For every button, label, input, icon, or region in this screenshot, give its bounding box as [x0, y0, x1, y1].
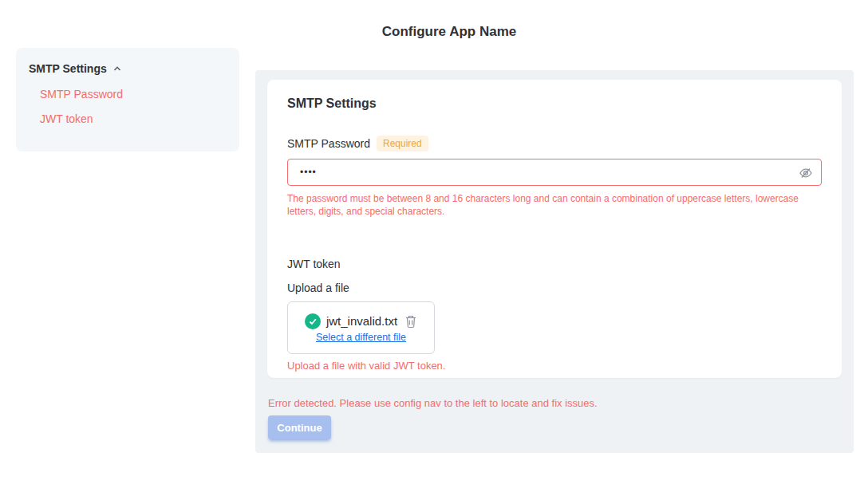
file-upload-box: jwt_invalid.txt Select a different file [287, 301, 435, 354]
smtp-password-input[interactable] [287, 159, 822, 186]
jwt-token-label: JWT token [287, 258, 822, 270]
config-nav-sidebar: SMTP Settings SMTP Password JWT token [16, 48, 239, 152]
uploaded-file-row: jwt_invalid.txt [305, 313, 417, 329]
sidebar-item-jwt-token[interactable]: JWT token [40, 112, 227, 125]
trash-icon[interactable] [404, 314, 417, 329]
smtp-password-label: SMTP Password [287, 137, 370, 150]
eye-off-icon[interactable] [799, 166, 813, 180]
continue-button[interactable]: Continue [268, 415, 331, 439]
panel-error-text: Error detected. Please use config nav to… [268, 397, 598, 409]
sidebar-section-label: SMTP Settings [29, 62, 107, 75]
required-badge: Required [377, 136, 428, 152]
password-field-wrap [287, 159, 822, 186]
check-circle-icon [305, 313, 321, 329]
smtp-settings-card: SMTP Settings SMTP Password Required The… [267, 80, 842, 378]
card-title: SMTP Settings [287, 96, 822, 112]
jwt-error-text: Upload a file with valid JWT token. [287, 360, 822, 372]
chevron-up-icon [112, 64, 122, 73]
select-different-file-link[interactable]: Select a different file [316, 332, 406, 343]
smtp-password-label-row: SMTP Password Required [287, 136, 822, 152]
page-title: Configure App Name [0, 24, 868, 40]
uploaded-file-name: jwt_invalid.txt [326, 314, 397, 328]
config-panel: SMTP Settings SMTP Password Required The… [255, 70, 854, 453]
sidebar-section-smtp-settings[interactable]: SMTP Settings [29, 62, 227, 75]
upload-file-label: Upload a file [287, 281, 822, 294]
sidebar-item-smtp-password[interactable]: SMTP Password [40, 88, 227, 100]
password-error-text: The password must be between 8 and 16 ch… [287, 192, 823, 218]
